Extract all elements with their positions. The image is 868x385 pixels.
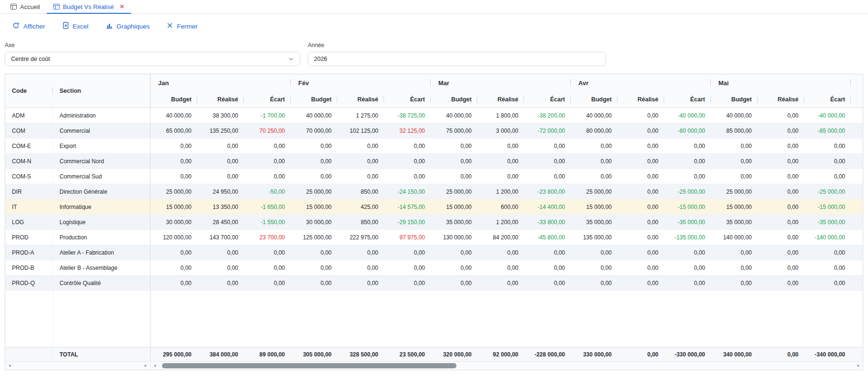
code-cell: PROD-Q — [5, 276, 53, 290]
ecart-cell: -35 000,00 — [664, 215, 711, 229]
realise-cell: 0,00 — [617, 260, 664, 275]
column-header-section[interactable]: Section — [53, 74, 151, 108]
report-tab-icon — [53, 4, 60, 10]
realise-cell: 0,00 — [757, 108, 804, 123]
excel-button[interactable]: Excel — [62, 22, 89, 30]
month-header-3[interactable]: Avr — [571, 74, 711, 91]
column-header-budget[interactable]: Budget — [431, 91, 477, 108]
column-header-code[interactable]: Code — [5, 74, 53, 108]
bar-chart-icon — [106, 22, 113, 30]
ecart-cell: -35 000,00 — [804, 215, 851, 229]
toolbar: Afficher Excel Graphiques Fermer — [0, 14, 868, 30]
realise-cell: 0,00 — [197, 260, 244, 275]
fermer-button[interactable]: Fermer — [167, 22, 198, 30]
table-row-prod-b[interactable]: PROD-BAtelier B - Assemblage0,000,000,00… — [5, 260, 863, 276]
total-ecart-cell: -340 000,00 — [804, 347, 851, 361]
scrollbar-track[interactable] — [159, 363, 854, 368]
column-header-budget[interactable]: Budget — [151, 91, 197, 108]
table-row-log[interactable]: LOGLogistique30 000,0028 450,00-1 550,00… — [5, 215, 863, 230]
graphiques-button[interactable]: Graphiques — [106, 22, 150, 30]
table-body: ADMAdministration40 000,0038 300,00-1 70… — [5, 108, 863, 291]
column-header-realise[interactable]: Réalisé — [757, 91, 804, 108]
total-budget-cell: 340 000,00 — [711, 347, 757, 361]
realise-cell: 0,00 — [337, 260, 384, 275]
table-row-com[interactable]: COMCommercial65 000,00135 250,0070 250,0… — [5, 123, 863, 138]
scroll-left-icon[interactable]: ◄ — [153, 364, 157, 368]
code-cell: PROD-B — [5, 260, 53, 275]
column-header-budget[interactable]: Budget — [291, 91, 337, 108]
table-row-adm[interactable]: ADMAdministration40 000,0038 300,00-1 70… — [5, 108, 863, 123]
table-row-prod[interactable]: PRODProduction120 000,00143 700,0023 700… — [5, 230, 863, 245]
ecart-cell: 0,00 — [804, 138, 851, 153]
fixed-columns-scrollbar[interactable]: ◄ ► — [5, 362, 151, 370]
month-header-2[interactable]: Mar — [431, 74, 571, 91]
realise-cell: 0,00 — [197, 138, 244, 153]
table-row-it[interactable]: ITInformatique15 000,0013 350,00-1 650,0… — [5, 199, 863, 215]
month-header-0[interactable]: Jan — [151, 74, 291, 91]
scroll-right-icon[interactable]: ► — [857, 364, 860, 368]
column-header-realise[interactable]: Réalisé — [477, 91, 524, 108]
table-row-com-n[interactable]: COM-NCommercial Nord0,000,000,000,000,00… — [5, 154, 863, 169]
table-row-com-e[interactable]: COM-EExport0,000,000,000,000,000,000,000… — [5, 138, 863, 154]
month-header-partial — [851, 74, 863, 91]
ecart-cell: -1 700,00 — [244, 108, 291, 123]
realise-cell: 0,00 — [197, 169, 244, 184]
budget-cell: 0,00 — [711, 260, 757, 275]
code-cell: COM — [5, 123, 53, 138]
scrollbar-thumb[interactable] — [162, 363, 456, 368]
axe-select[interactable]: Centre de coût — [5, 52, 300, 66]
budget-cell: 0,00 — [151, 169, 197, 184]
total-budget-cell: 330 000,00 — [571, 347, 617, 361]
filler-cell — [851, 245, 863, 260]
realise-cell: 38 300,00 — [197, 108, 244, 123]
column-header-realise[interactable]: Réalisé — [617, 91, 664, 108]
realise-cell: 0,00 — [337, 276, 384, 290]
tab-budget-vs-realise[interactable]: Budget Vs Réalisé ✕ — [47, 0, 131, 13]
main-scrollbar[interactable]: ◄ ► — [151, 362, 863, 370]
budget-cell: 0,00 — [431, 260, 477, 275]
budget-cell: 0,00 — [291, 169, 337, 184]
column-header-ecart[interactable]: Écart — [384, 91, 431, 108]
table-row-prod-q[interactable]: PROD-QContrôle Qualité0,000,000,000,000,… — [5, 276, 863, 291]
realise-cell: 222 975,00 — [337, 230, 384, 245]
table-row-prod-a[interactable]: PROD-AAtelier A - Fabrication0,000,000,0… — [5, 245, 863, 260]
column-header-realise[interactable]: Réalisé — [337, 91, 384, 108]
column-header-realise[interactable]: Réalisé — [197, 91, 244, 108]
column-header-ecart[interactable]: Écart — [244, 91, 291, 108]
column-header-budget[interactable]: Budget — [571, 91, 617, 108]
column-header-ecart[interactable]: Écart — [524, 91, 571, 108]
table-row-dir[interactable]: DIRDirection Générale25 000,0024 950,00-… — [5, 184, 863, 199]
tab-accueil[interactable]: Accueil — [4, 0, 47, 13]
column-header-ecart[interactable]: Écart — [804, 91, 851, 108]
column-header-budget[interactable]: Budget — [711, 91, 757, 108]
scroll-left-icon[interactable]: ◄ — [8, 364, 11, 368]
budget-cell: 65 000,00 — [151, 123, 197, 138]
ecart-cell: 0,00 — [804, 154, 851, 168]
total-row: TOTAL295 000,00384 000,0089 000,00305 00… — [5, 347, 863, 361]
horizontal-scrollbar-area: ◄ ► ◄ ► — [5, 361, 863, 370]
table-header: CodeSectionJanFévMarAvrMaiBudgetRéaliséÉ… — [5, 74, 863, 108]
ecart-cell: 70 250,00 — [244, 123, 291, 138]
code-cell: COM-E — [5, 138, 53, 153]
month-header-4[interactable]: Mai — [711, 74, 851, 91]
realise-cell: 0,00 — [477, 245, 524, 260]
column-header-ecart[interactable]: Écart — [664, 91, 711, 108]
ecart-cell: 0,00 — [664, 138, 711, 153]
month-header-1[interactable]: Fév — [291, 74, 431, 91]
scroll-right-icon[interactable]: ► — [144, 364, 148, 368]
ecart-cell: -15 000,00 — [664, 199, 711, 214]
realise-cell: 0,00 — [757, 123, 804, 138]
ecart-cell: 0,00 — [664, 276, 711, 290]
ecart-cell: 0,00 — [244, 169, 291, 184]
tab-close-icon[interactable]: ✕ — [120, 3, 124, 10]
realise-cell: 0,00 — [617, 108, 664, 123]
table-row-com-s[interactable]: COM-SCommercial Sud0,000,000,000,000,000… — [5, 169, 863, 184]
total-budget-cell: 305 000,00 — [291, 347, 337, 361]
ecart-cell: 0,00 — [244, 245, 291, 260]
ecart-cell: -14 575,00 — [384, 199, 431, 214]
code-cell: DIR — [5, 184, 53, 199]
afficher-button[interactable]: Afficher — [12, 22, 45, 30]
realise-cell: 0,00 — [337, 245, 384, 260]
annee-input[interactable] — [308, 52, 606, 66]
realise-cell: 0,00 — [617, 123, 664, 138]
